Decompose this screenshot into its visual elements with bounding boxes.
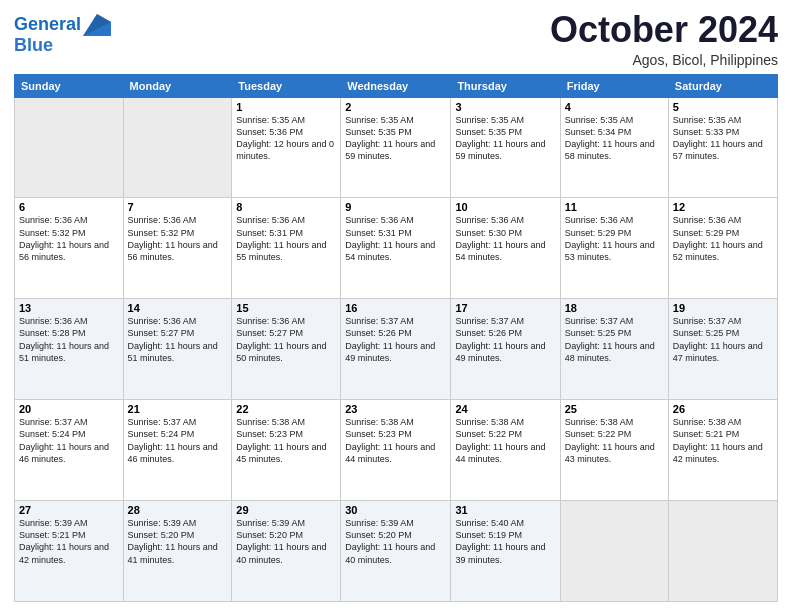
table-row: 2Sunrise: 5:35 AM Sunset: 5:35 PM Daylig…	[341, 97, 451, 198]
table-row: 23Sunrise: 5:38 AM Sunset: 5:23 PM Dayli…	[341, 400, 451, 501]
cell-info: Sunrise: 5:38 AM Sunset: 5:23 PM Dayligh…	[236, 416, 336, 465]
cell-info: Sunrise: 5:38 AM Sunset: 5:23 PM Dayligh…	[345, 416, 446, 465]
table-row: 21Sunrise: 5:37 AM Sunset: 5:24 PM Dayli…	[123, 400, 232, 501]
cell-date: 25	[565, 403, 664, 415]
cell-info: Sunrise: 5:37 AM Sunset: 5:24 PM Dayligh…	[128, 416, 228, 465]
cell-date: 23	[345, 403, 446, 415]
cell-info: Sunrise: 5:40 AM Sunset: 5:19 PM Dayligh…	[455, 517, 555, 566]
cell-date: 18	[565, 302, 664, 314]
cell-date: 31	[455, 504, 555, 516]
cell-date: 8	[236, 201, 336, 213]
table-row: 1Sunrise: 5:35 AM Sunset: 5:36 PM Daylig…	[232, 97, 341, 198]
cell-date: 2	[345, 101, 446, 113]
logo-icon	[83, 14, 111, 36]
cell-info: Sunrise: 5:36 AM Sunset: 5:29 PM Dayligh…	[673, 214, 773, 263]
title-block: October 2024 Agos, Bicol, Philippines	[550, 10, 778, 68]
cell-date: 15	[236, 302, 336, 314]
calendar-table: Sunday Monday Tuesday Wednesday Thursday…	[14, 74, 778, 602]
col-monday: Monday	[123, 74, 232, 97]
cell-date: 14	[128, 302, 228, 314]
cell-info: Sunrise: 5:35 AM Sunset: 5:33 PM Dayligh…	[673, 114, 773, 163]
cell-info: Sunrise: 5:36 AM Sunset: 5:31 PM Dayligh…	[345, 214, 446, 263]
cell-info: Sunrise: 5:38 AM Sunset: 5:21 PM Dayligh…	[673, 416, 773, 465]
week-row-4: 27Sunrise: 5:39 AM Sunset: 5:21 PM Dayli…	[15, 501, 778, 602]
table-row	[560, 501, 668, 602]
table-row: 16Sunrise: 5:37 AM Sunset: 5:26 PM Dayli…	[341, 299, 451, 400]
cell-date: 28	[128, 504, 228, 516]
table-row: 25Sunrise: 5:38 AM Sunset: 5:22 PM Dayli…	[560, 400, 668, 501]
cell-date: 20	[19, 403, 119, 415]
cell-info: Sunrise: 5:39 AM Sunset: 5:20 PM Dayligh…	[236, 517, 336, 566]
cell-date: 9	[345, 201, 446, 213]
table-row: 7Sunrise: 5:36 AM Sunset: 5:32 PM Daylig…	[123, 198, 232, 299]
cell-info: Sunrise: 5:35 AM Sunset: 5:36 PM Dayligh…	[236, 114, 336, 163]
cell-date: 21	[128, 403, 228, 415]
cell-date: 24	[455, 403, 555, 415]
cell-date: 6	[19, 201, 119, 213]
week-row-2: 13Sunrise: 5:36 AM Sunset: 5:28 PM Dayli…	[15, 299, 778, 400]
logo: General Blue	[14, 14, 111, 56]
cell-date: 4	[565, 101, 664, 113]
cell-date: 5	[673, 101, 773, 113]
cell-date: 10	[455, 201, 555, 213]
cell-date: 12	[673, 201, 773, 213]
header: General Blue October 2024 Agos, Bicol, P…	[14, 10, 778, 68]
table-row: 9Sunrise: 5:36 AM Sunset: 5:31 PM Daylig…	[341, 198, 451, 299]
cell-info: Sunrise: 5:39 AM Sunset: 5:21 PM Dayligh…	[19, 517, 119, 566]
logo-blue: Blue	[14, 36, 111, 56]
cell-date: 7	[128, 201, 228, 213]
cell-info: Sunrise: 5:39 AM Sunset: 5:20 PM Dayligh…	[345, 517, 446, 566]
table-row: 31Sunrise: 5:40 AM Sunset: 5:19 PM Dayli…	[451, 501, 560, 602]
col-thursday: Thursday	[451, 74, 560, 97]
table-row: 4Sunrise: 5:35 AM Sunset: 5:34 PM Daylig…	[560, 97, 668, 198]
table-row	[668, 501, 777, 602]
cell-date: 29	[236, 504, 336, 516]
cell-date: 3	[455, 101, 555, 113]
cell-info: Sunrise: 5:36 AM Sunset: 5:31 PM Dayligh…	[236, 214, 336, 263]
cell-date: 11	[565, 201, 664, 213]
table-row: 13Sunrise: 5:36 AM Sunset: 5:28 PM Dayli…	[15, 299, 124, 400]
cell-info: Sunrise: 5:36 AM Sunset: 5:28 PM Dayligh…	[19, 315, 119, 364]
table-row: 19Sunrise: 5:37 AM Sunset: 5:25 PM Dayli…	[668, 299, 777, 400]
table-row: 24Sunrise: 5:38 AM Sunset: 5:22 PM Dayli…	[451, 400, 560, 501]
cell-date: 1	[236, 101, 336, 113]
table-row: 28Sunrise: 5:39 AM Sunset: 5:20 PM Dayli…	[123, 501, 232, 602]
page: General Blue October 2024 Agos, Bicol, P…	[0, 0, 792, 612]
cell-info: Sunrise: 5:36 AM Sunset: 5:30 PM Dayligh…	[455, 214, 555, 263]
logo-text: General	[14, 15, 81, 35]
cell-info: Sunrise: 5:35 AM Sunset: 5:35 PM Dayligh…	[345, 114, 446, 163]
table-row: 8Sunrise: 5:36 AM Sunset: 5:31 PM Daylig…	[232, 198, 341, 299]
week-row-0: 1Sunrise: 5:35 AM Sunset: 5:36 PM Daylig…	[15, 97, 778, 198]
cell-date: 16	[345, 302, 446, 314]
table-row: 3Sunrise: 5:35 AM Sunset: 5:35 PM Daylig…	[451, 97, 560, 198]
table-row: 6Sunrise: 5:36 AM Sunset: 5:32 PM Daylig…	[15, 198, 124, 299]
table-row: 12Sunrise: 5:36 AM Sunset: 5:29 PM Dayli…	[668, 198, 777, 299]
cell-info: Sunrise: 5:37 AM Sunset: 5:24 PM Dayligh…	[19, 416, 119, 465]
col-wednesday: Wednesday	[341, 74, 451, 97]
subtitle: Agos, Bicol, Philippines	[550, 52, 778, 68]
cell-info: Sunrise: 5:35 AM Sunset: 5:34 PM Dayligh…	[565, 114, 664, 163]
table-row: 5Sunrise: 5:35 AM Sunset: 5:33 PM Daylig…	[668, 97, 777, 198]
table-row: 15Sunrise: 5:36 AM Sunset: 5:27 PM Dayli…	[232, 299, 341, 400]
col-tuesday: Tuesday	[232, 74, 341, 97]
cell-info: Sunrise: 5:36 AM Sunset: 5:27 PM Dayligh…	[236, 315, 336, 364]
cell-info: Sunrise: 5:35 AM Sunset: 5:35 PM Dayligh…	[455, 114, 555, 163]
cell-info: Sunrise: 5:36 AM Sunset: 5:29 PM Dayligh…	[565, 214, 664, 263]
table-row: 29Sunrise: 5:39 AM Sunset: 5:20 PM Dayli…	[232, 501, 341, 602]
table-row: 10Sunrise: 5:36 AM Sunset: 5:30 PM Dayli…	[451, 198, 560, 299]
table-row: 18Sunrise: 5:37 AM Sunset: 5:25 PM Dayli…	[560, 299, 668, 400]
col-friday: Friday	[560, 74, 668, 97]
cell-date: 27	[19, 504, 119, 516]
cell-info: Sunrise: 5:39 AM Sunset: 5:20 PM Dayligh…	[128, 517, 228, 566]
cell-info: Sunrise: 5:38 AM Sunset: 5:22 PM Dayligh…	[455, 416, 555, 465]
cell-date: 13	[19, 302, 119, 314]
col-sunday: Sunday	[15, 74, 124, 97]
table-row	[15, 97, 124, 198]
table-row: 14Sunrise: 5:36 AM Sunset: 5:27 PM Dayli…	[123, 299, 232, 400]
table-row: 26Sunrise: 5:38 AM Sunset: 5:21 PM Dayli…	[668, 400, 777, 501]
col-saturday: Saturday	[668, 74, 777, 97]
cell-info: Sunrise: 5:37 AM Sunset: 5:25 PM Dayligh…	[565, 315, 664, 364]
cell-date: 26	[673, 403, 773, 415]
table-row: 27Sunrise: 5:39 AM Sunset: 5:21 PM Dayli…	[15, 501, 124, 602]
table-row: 17Sunrise: 5:37 AM Sunset: 5:26 PM Dayli…	[451, 299, 560, 400]
